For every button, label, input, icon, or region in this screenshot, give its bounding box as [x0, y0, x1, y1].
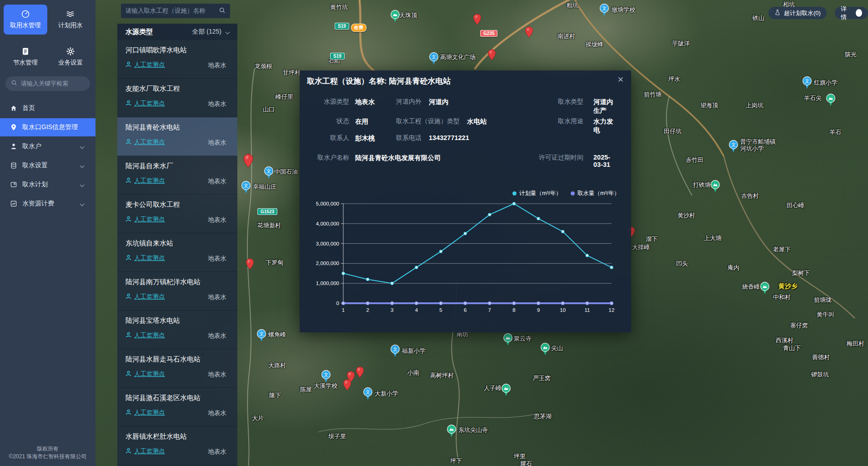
station-list-item[interactable]: 陆河县自来水厂人工监测点地表水: [117, 156, 237, 195]
map-place-label: 耀石: [520, 460, 532, 466]
red-marker-pin[interactable]: [243, 154, 254, 168]
map-place-label: 大新小学: [375, 390, 398, 397]
filter-all-count[interactable]: 全部 (125): [192, 28, 221, 36]
red-marker-pin[interactable]: [343, 379, 351, 391]
station-list-item[interactable]: 陆河县南万镇杞洋水电站人工监测点地表水: [117, 272, 237, 311]
monitor-type: 人工监测点: [125, 409, 165, 417]
sidebar-item-6[interactable]: 水资源计费: [0, 195, 95, 213]
map-place-label: 溜下: [646, 236, 657, 242]
person-icon: [125, 61, 131, 69]
module-button-2[interactable]: 计划用水: [49, 5, 92, 35]
svg-text:9: 9: [537, 307, 540, 313]
station-search-input[interactable]: 请输入取水工程（设施）名称: [121, 4, 230, 18]
map-place-label: 东坑尖山寺: [458, 426, 488, 433]
red-marker-pin[interactable]: [356, 366, 364, 378]
red-marker-pin[interactable]: [473, 14, 482, 25]
map-place-label: 吉告村: [741, 192, 759, 199]
person-icon: [125, 255, 131, 262]
station-list-item[interactable]: 陆河县青砼水电站人工监测点地表水: [117, 117, 237, 156]
svg-text:6: 6: [464, 307, 467, 313]
chevron-down-icon[interactable]: [80, 182, 85, 187]
station-list-item[interactable]: 陆河县激石溪老区水电站人工监测点地表水: [117, 388, 237, 426]
close-icon[interactable]: ✕: [617, 75, 624, 85]
map-place-label: 田仔坑: [664, 128, 682, 135]
map-place-label: 普宁市船埔镇 河坑小学: [740, 138, 776, 152]
monitor-label: 人工监测点: [134, 138, 165, 146]
mountain-poi-pin: [390, 10, 400, 23]
map-place-label: 聚云寺: [514, 335, 532, 342]
detail-value: 13432771221: [429, 134, 469, 142]
copyright: 版权所有 ©2021 珠海市仁智科技有限公司: [0, 445, 95, 461]
red-marker-pin[interactable]: [246, 258, 254, 270]
map-place-label: 箭竹塘: [644, 91, 662, 98]
station-list-item[interactable]: 麦卡公司取水工程人工监测点地表水: [117, 195, 237, 233]
map-place-label: 中和村: [773, 294, 791, 301]
map-place-label: 高树坪村: [430, 372, 454, 379]
map-place-label: 坪下: [450, 457, 462, 464]
map-place-label: 老屋下: [773, 246, 791, 253]
detail-group: 联系电话13432771221: [396, 134, 469, 142]
station-name: 陆河县自来水厂: [125, 162, 173, 170]
detail-toggle[interactable]: 详情: [835, 7, 868, 19]
map-place-label: 上大塘: [704, 235, 722, 241]
chart: 01,000,0002,000,0003,000,0004,000,0005,0…: [300, 184, 631, 325]
station-list-item[interactable]: 陆河县宝塔水电站人工监测点地表水: [117, 311, 237, 349]
module-button-4[interactable]: 业务设置: [49, 42, 92, 72]
map-place-label: 铁山: [753, 15, 764, 21]
sidebar-item-label: 取水口GIS信息管理: [22, 123, 78, 131]
over-plan-intake-pill[interactable]: 超计划取水(0): [768, 7, 827, 19]
map-place-label: 打铁塘: [693, 181, 711, 188]
station-list-item[interactable]: 陆河县水唇走马石水电站人工监测点地表水: [117, 349, 237, 388]
sidebar-search-input[interactable]: 请输入关键字检索: [5, 76, 90, 91]
toggle-knob[interactable]: [856, 9, 862, 17]
sidebar-item-1[interactable]: 首页: [0, 99, 95, 117]
station-search-placeholder: 请输入取水工程（设施）名称: [125, 7, 219, 15]
detail-label: 联系电话: [396, 134, 421, 142]
road-badge: S19: [335, 23, 349, 30]
mountain-poi-pin: [540, 343, 550, 356]
station-name: 友能水厂取水工程: [125, 85, 180, 93]
person-icon: [125, 216, 131, 223]
chevron-down-icon[interactable]: [226, 30, 230, 34]
station-name: 陆河县青砼水电站: [125, 123, 180, 132]
chevron-down-icon[interactable]: [80, 163, 85, 168]
monitor-type: 人工监测点: [125, 215, 165, 224]
svg-text:文: 文: [805, 78, 810, 84]
module-button-3[interactable]: 节水管理: [4, 42, 47, 72]
map-place-label: 高塘文化广场: [440, 54, 476, 60]
sidebar-item-2[interactable]: 取水口GIS信息管理: [0, 118, 95, 136]
sidebar-item-4[interactable]: 取水设置: [0, 156, 95, 175]
map-place-label: 梨树下: [792, 270, 810, 276]
red-marker-pin[interactable]: [487, 49, 496, 60]
map-place-label: 凹头: [676, 260, 688, 267]
red-marker-pin[interactable]: [525, 26, 533, 38]
station-list-item[interactable]: 友能水厂取水工程人工监测点地表水: [117, 79, 237, 117]
chevron-down-icon[interactable]: [80, 144, 85, 149]
doc-icon: [21, 47, 30, 56]
water-source-label: 地表水: [208, 177, 227, 185]
school-poi-pin: 文: [321, 370, 331, 383]
monitor-label: 人工监测点: [134, 447, 165, 456]
module-button-1[interactable]: 取用水管理: [4, 5, 47, 35]
sidebar-item-3[interactable]: 取水户: [0, 137, 95, 155]
detail-row-1: 水源类型地表水河道内外河道内取水类型河道内生产: [311, 98, 619, 107]
map-place-label: 陔光: [845, 51, 857, 58]
station-list-item[interactable]: 水唇镇水栏肚水电站人工监测点地表水: [117, 426, 237, 465]
monitor-label: 人工监测点: [134, 177, 165, 185]
detail-row-4: 取水户名称陆河县青砼水电发展有限公司许可证过期时间2025-03-31: [311, 154, 619, 163]
map-place-label: 箭塘珑: [814, 296, 832, 303]
person-icon: [125, 448, 131, 455]
road-badge: S19: [330, 53, 345, 60]
chevron-down-icon[interactable]: [80, 201, 85, 206]
station-list-item[interactable]: 东坑镇自来水站人工监测点地表水: [117, 233, 237, 272]
station-list-item[interactable]: 河口镇唱歌潭水电站人工监测点地表水: [117, 40, 237, 79]
svg-text:2: 2: [366, 307, 369, 313]
person-icon: [125, 293, 131, 301]
svg-text:5,000,000: 5,000,000: [316, 201, 339, 206]
station-name: 水唇镇水栏肚水电站: [125, 432, 187, 441]
map-place-label: 严王窝: [533, 375, 551, 381]
sidebar-item-5[interactable]: 取水计划: [0, 175, 95, 194]
plan-icon: [10, 181, 17, 188]
detail-group: 取水工程（设施）类型水电站: [396, 117, 487, 126]
map-place-label: 寨仔窝: [790, 322, 808, 329]
